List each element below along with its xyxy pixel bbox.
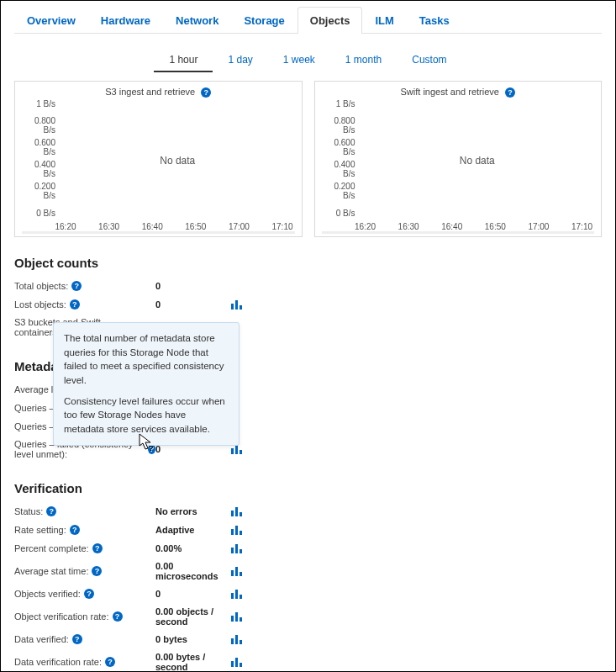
row-label: Lost objects: — [14, 299, 66, 310]
row-label: Average stat time: — [14, 566, 88, 576]
y-tick: 1 B/s — [22, 99, 55, 108]
bar-chart-icon[interactable] — [231, 589, 243, 599]
data-row: Data verification rate:?0.00 bytes / sec… — [14, 648, 602, 672]
bar-chart-icon[interactable] — [231, 611, 243, 622]
svg-rect-12 — [231, 548, 234, 553]
time-tab[interactable]: 1 day — [213, 49, 267, 72]
x-tick: 16:40 — [142, 222, 163, 231]
nodata-label: No data — [160, 155, 195, 167]
bar-chart-icon[interactable] — [231, 634, 243, 644]
help-icon[interactable]: ? — [505, 87, 515, 98]
bar-chart-icon[interactable] — [231, 566, 243, 576]
tab-overview[interactable]: Overview — [14, 7, 88, 34]
bar-chart-icon[interactable] — [231, 525, 243, 535]
help-icon[interactable]: ? — [201, 87, 211, 98]
data-row: Percent complete:?0.00% — [14, 539, 602, 558]
help-icon[interactable]: ? — [92, 543, 103, 553]
y-tick: 0.400 B/s — [322, 160, 355, 178]
tab-hardware[interactable]: Hardware — [88, 7, 163, 34]
svg-rect-22 — [235, 612, 238, 622]
time-range-tabs: 1 hour1 day1 week1 monthCustom — [14, 49, 602, 72]
row-label: Percent complete: — [14, 543, 89, 553]
x-tick: 16:50 — [485, 222, 506, 231]
row-label: Data verification rate: — [14, 657, 102, 667]
svg-rect-23 — [240, 617, 242, 622]
svg-rect-5 — [240, 450, 242, 454]
row-value: 0 — [155, 589, 231, 599]
row-label: Rate setting: — [14, 525, 66, 535]
y-tick: 0 B/s — [322, 209, 355, 218]
y-tick: 0.800 B/s — [322, 116, 355, 135]
chart-swift: Swift ingest and retrieve ? No data 1 B/… — [314, 81, 603, 237]
help-icon[interactable]: ? — [92, 566, 102, 576]
svg-rect-4 — [235, 445, 238, 454]
x-tick: 16:30 — [398, 222, 419, 231]
help-icon[interactable]: ? — [71, 281, 82, 291]
y-tick: 0 B/s — [22, 209, 55, 218]
x-tick: 16:40 — [441, 222, 462, 231]
svg-rect-13 — [235, 544, 238, 553]
row-value: 0 — [155, 299, 231, 310]
bar-chart-icon[interactable] — [231, 444, 243, 454]
bar-chart-icon[interactable] — [231, 506, 243, 516]
cursor-icon: ? — [139, 433, 155, 454]
help-icon[interactable]: ? — [70, 299, 80, 310]
svg-text:?: ? — [149, 444, 154, 452]
data-row: Status:?No errors — [14, 502, 602, 521]
data-row: Objects verified:?0 — [14, 585, 602, 603]
help-icon[interactable]: ? — [105, 657, 115, 667]
svg-rect-2 — [240, 305, 242, 310]
data-row: Lost objects:?0 — [14, 295, 602, 314]
svg-rect-28 — [235, 658, 238, 667]
row-value: 0 — [155, 444, 231, 454]
tab-objects[interactable]: Objects — [297, 7, 363, 34]
row-value: 0.00 objects / second — [155, 606, 231, 627]
row-value: 0.00% — [155, 543, 231, 553]
row-value: 0.00 bytes / second — [155, 652, 231, 672]
section-verification: Verification — [14, 481, 602, 495]
help-icon[interactable]: ? — [84, 589, 94, 599]
time-tab[interactable]: 1 hour — [154, 49, 213, 72]
help-icon[interactable]: ? — [46, 506, 56, 516]
y-tick: 0.200 B/s — [22, 182, 55, 200]
svg-rect-20 — [240, 595, 242, 599]
svg-rect-29 — [240, 663, 242, 667]
svg-rect-15 — [231, 570, 234, 576]
data-row: Rate setting:?Adaptive — [14, 521, 602, 539]
data-row: Object verification rate:?0.00 objects /… — [14, 603, 602, 630]
tab-storage[interactable]: Storage — [231, 7, 297, 34]
y-tick: 1 B/s — [322, 99, 355, 108]
svg-rect-8 — [240, 512, 242, 516]
row-value: 0 — [155, 281, 231, 291]
y-tick: 0.200 B/s — [322, 182, 355, 200]
x-tick: 16:50 — [185, 222, 206, 231]
time-tab[interactable]: Custom — [397, 49, 461, 72]
bar-chart-icon[interactable] — [231, 543, 243, 553]
svg-rect-7 — [235, 507, 238, 516]
tab-tasks[interactable]: Tasks — [407, 7, 462, 34]
svg-rect-16 — [235, 567, 238, 576]
svg-rect-25 — [235, 635, 238, 644]
help-icon[interactable]: ? — [70, 525, 80, 535]
svg-rect-6 — [231, 511, 234, 516]
nodata-label: No data — [460, 155, 495, 167]
y-tick: 0.400 B/s — [22, 160, 55, 178]
help-icon[interactable]: ? — [72, 634, 82, 644]
row-value: 0.00 microseconds — [155, 561, 231, 581]
data-row: Total objects:?0 — [14, 277, 602, 295]
svg-rect-9 — [231, 529, 234, 535]
time-tab[interactable]: 1 week — [268, 49, 330, 72]
svg-rect-21 — [231, 616, 234, 622]
bar-chart-icon[interactable] — [231, 299, 243, 310]
time-tab[interactable]: 1 month — [330, 49, 397, 72]
x-tick: 16:20 — [355, 222, 376, 231]
bar-chart-icon[interactable] — [231, 657, 243, 667]
help-icon[interactable]: ? — [113, 611, 123, 622]
x-tick: 17:10 — [571, 222, 592, 231]
row-label: Objects verified: — [14, 589, 81, 599]
tab-network[interactable]: Network — [163, 7, 231, 34]
row-value: 0 bytes — [155, 634, 231, 644]
svg-rect-19 — [235, 590, 238, 599]
help-tooltip: The total number of metadata store queri… — [53, 322, 240, 446]
tab-ilm[interactable]: ILM — [362, 7, 406, 34]
